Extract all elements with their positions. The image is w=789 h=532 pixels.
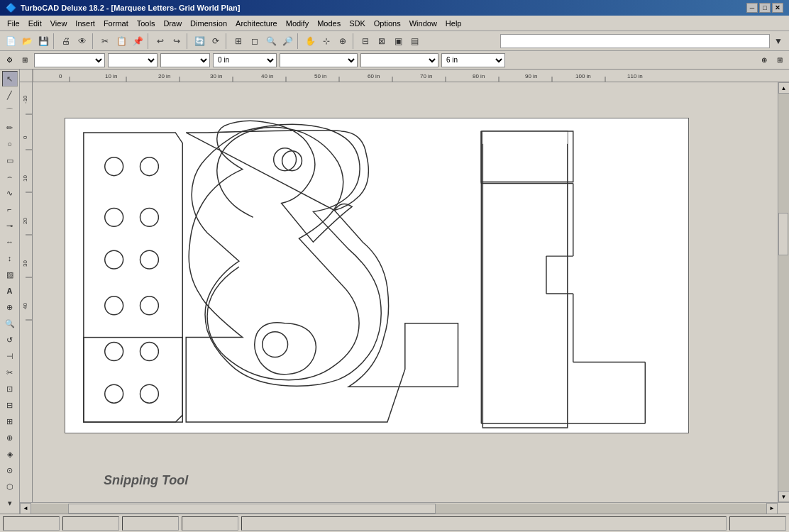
coord-icon-right1[interactable]: ⊕ — [758, 54, 771, 67]
menu-file[interactable]: File — [3, 18, 24, 29]
tool-rotate[interactable]: ↺ — [2, 332, 18, 348]
sep7 — [353, 33, 355, 49]
menu-edit[interactable]: Edit — [24, 18, 46, 29]
menu-sdk[interactable]: SDK — [345, 18, 370, 29]
tool-curve[interactable]: ⌒ — [2, 104, 18, 119]
coord-icon-right2[interactable]: ⊞ — [773, 54, 786, 67]
tb-zoom-out[interactable]: 🔎 — [280, 33, 295, 49]
menu-format[interactable]: Format — [99, 18, 133, 29]
tb-combo-dropdown[interactable]: ▼ — [771, 33, 786, 49]
tool-hatch[interactable]: ▨ — [2, 267, 18, 282]
tb-paste[interactable]: 📌 — [130, 33, 145, 49]
tb-snap2[interactable]: ⊕ — [335, 33, 351, 49]
drawing-canvas[interactable]: Snipping Tool — [33, 82, 778, 502]
toolbar-combo-right[interactable] — [500, 34, 770, 48]
sep1 — [53, 33, 56, 49]
svg-text:20: 20 — [22, 218, 28, 224]
coord-icon-layer[interactable]: ⊞ — [18, 54, 31, 67]
menu-modify[interactable]: Modify — [282, 18, 313, 29]
svg-rect-38 — [84, 338, 182, 422]
tool-arc[interactable]: ⌢ — [2, 169, 18, 184]
tool-zoom[interactable]: 🔍 — [2, 316, 18, 331]
menu-help[interactable]: Help — [441, 18, 466, 29]
tool-spline[interactable]: ∿ — [2, 185, 18, 201]
coord-select-6in[interactable]: 6 in — [441, 53, 505, 67]
svg-text:10 in: 10 in — [105, 73, 117, 79]
scroll-thumb-horizontal[interactable] — [68, 504, 436, 514]
tool-more[interactable]: ▾ — [2, 495, 18, 511]
maximize-button[interactable]: □ — [759, 3, 771, 13]
tb-prop3[interactable]: ▣ — [390, 33, 406, 49]
tool-insert[interactable]: ⊞ — [2, 414, 18, 429]
scroll-thumb-vertical[interactable] — [778, 213, 788, 255]
tool-attrib[interactable]: ⊕ — [2, 430, 18, 445]
tool-measure[interactable]: ⊸ — [2, 218, 18, 233]
close-button[interactable]: ✕ — [772, 3, 783, 13]
drawing-paper — [65, 118, 689, 433]
tb-regen[interactable]: ⟳ — [208, 33, 224, 49]
coord-select-1[interactable] — [34, 53, 105, 67]
tool-mirror[interactable]: ⊣ — [2, 348, 18, 364]
tool-poly[interactable]: ⌐ — [2, 201, 18, 217]
tb-redo[interactable]: ↪ — [169, 33, 184, 49]
tool-rect[interactable]: ▭ — [2, 153, 18, 168]
tool-trim[interactable]: ✂ — [2, 365, 18, 380]
menu-dimension[interactable]: Dimension — [186, 18, 231, 29]
tool-dim-h[interactable]: ↔ — [2, 234, 18, 250]
tool-3d[interactable]: ⬡ — [2, 479, 18, 494]
tb-undo[interactable]: ↩ — [153, 33, 168, 49]
scroll-track-vertical[interactable] — [778, 94, 790, 491]
coord-select-2[interactable] — [108, 53, 158, 67]
tb-snap1[interactable]: ⊹ — [319, 33, 334, 49]
tb-prop4[interactable]: ▤ — [407, 33, 422, 49]
tb-refresh[interactable]: 🔄 — [192, 33, 207, 49]
tb-new[interactable]: 📄 — [3, 33, 18, 49]
menu-tools[interactable]: Tools — [133, 18, 160, 29]
tb-print-preview[interactable]: 👁 — [75, 33, 90, 49]
minimize-button[interactable]: ─ — [746, 3, 758, 13]
coord-select-x[interactable]: 0 in — [213, 53, 277, 67]
menu-draw[interactable]: Draw — [159, 18, 186, 29]
tool-block[interactable]: ⊟ — [2, 397, 18, 413]
tb-pan[interactable]: ✋ — [302, 33, 318, 49]
tool-circle[interactable]: ○ — [2, 136, 18, 152]
menu-modes[interactable]: Modes — [313, 18, 345, 29]
coord-icon-settings[interactable]: ⚙ — [3, 54, 16, 67]
tb-zoom-in[interactable]: 🔍 — [263, 33, 279, 49]
menu-insert[interactable]: Insert — [71, 18, 99, 29]
scroll-down-arrow[interactable]: ▼ — [778, 491, 790, 502]
coord-select-4[interactable] — [280, 53, 358, 67]
tb-prop2[interactable]: ⊠ — [374, 33, 390, 49]
main-layout: ↖ ╱ ⌒ ✏ ○ ▭ ⌢ ∿ ⌐ ⊸ ↔ ↕ ▨ A ⊕ 🔍 ↺ ⊣ ✂ ⊡ … — [0, 70, 789, 514]
tool-line[interactable]: ╱ — [2, 87, 18, 103]
menu-options[interactable]: Options — [370, 18, 405, 29]
svg-text:10: 10 — [22, 175, 28, 182]
scroll-left-arrow[interactable]: ◄ — [20, 503, 31, 514]
tool-offset[interactable]: ⊡ — [2, 381, 18, 397]
menu-view[interactable]: View — [46, 18, 72, 29]
status-seg-3 — [122, 516, 179, 531]
tool-render[interactable]: ◈ — [2, 446, 18, 462]
tb-copy[interactable]: 📋 — [114, 33, 129, 49]
tool-text[interactable]: A — [2, 283, 18, 299]
tb-open[interactable]: 📂 — [19, 33, 35, 49]
tool-pencil[interactable]: ✏ — [2, 120, 18, 135]
scroll-track-horizontal[interactable] — [31, 504, 766, 514]
tb-zoom-ext[interactable]: ◻ — [247, 33, 263, 49]
tb-save[interactable]: 💾 — [35, 33, 51, 49]
tb-zoom-win[interactable]: ⊞ — [231, 33, 246, 49]
tool-camera[interactable]: ⊙ — [2, 462, 18, 478]
coord-select-5[interactable] — [360, 53, 438, 67]
svg-point-42 — [140, 208, 159, 226]
tool-dim-v[interactable]: ↕ — [2, 250, 18, 266]
scroll-right-arrow[interactable]: ► — [766, 503, 778, 514]
menu-window[interactable]: Window — [405, 18, 441, 29]
tb-print[interactable]: 🖨 — [58, 33, 74, 49]
tb-prop1[interactable]: ⊟ — [358, 33, 373, 49]
tool-snap[interactable]: ⊕ — [2, 299, 18, 315]
scroll-up-arrow[interactable]: ▲ — [778, 82, 790, 94]
menu-architecture[interactable]: Architecture — [231, 18, 282, 29]
tb-cut[interactable]: ✂ — [97, 33, 113, 49]
coord-select-3[interactable] — [160, 53, 210, 67]
tool-select[interactable]: ↖ — [2, 71, 18, 87]
